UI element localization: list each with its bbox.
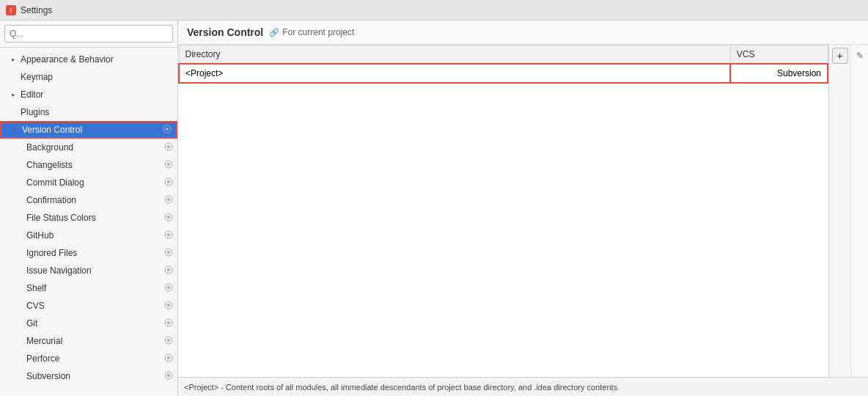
svg-point-27	[167, 356, 170, 359]
settings-icon-ignored-files	[164, 248, 173, 258]
settings-icon-subversion	[164, 371, 173, 381]
sidebar-item-keymap[interactable]: Keymap	[0, 68, 177, 86]
settings-icon-perforce	[164, 353, 173, 364]
sidebar-item-label-ignored-files: Ignored Files	[26, 248, 164, 258]
sidebar-item-github[interactable]: GitHub	[0, 227, 177, 244]
sidebar-item-commit-dialog[interactable]: Commit Dialog	[0, 174, 177, 191]
sidebar-item-issue-navigation[interactable]: Issue Navigation	[0, 262, 177, 279]
settings-icon-cvs	[164, 301, 173, 311]
sidebar-item-version-control[interactable]: ▾Version Control	[0, 121, 177, 139]
settings-icon-issue-navigation	[164, 265, 173, 276]
expander-version-control: ▾	[10, 125, 19, 134]
settings-icon-background	[164, 142, 173, 153]
edit-panel: ✎	[850, 45, 868, 377]
table-controls-wrapper: DirectoryVCS <Project>Subversion + ✎	[178, 45, 868, 377]
cell-vcs-0: Subversion	[730, 64, 828, 83]
sidebar-item-cvs[interactable]: CVS	[0, 297, 177, 315]
table-controls: +	[828, 45, 850, 377]
status-bar: <Project> - Content roots of all modules…	[178, 377, 868, 396]
sidebar-item-plugins[interactable]: Plugins	[0, 103, 177, 121]
edit-icon-button[interactable]: ✎	[853, 49, 867, 62]
content-subtitle: 🔗 For current project	[269, 27, 354, 37]
sidebar-item-label-version-control: Version Control	[22, 125, 163, 135]
settings-icon-confirmation	[164, 195, 173, 205]
settings-icon-git	[164, 318, 173, 329]
svg-point-11	[167, 216, 170, 219]
main-layout: ▸Appearance & BehaviorKeymap▸EditorPlugi…	[0, 21, 868, 396]
app-icon: !	[6, 5, 16, 15]
status-text: <Project> - Content roots of all modules…	[184, 383, 617, 392]
cell-directory-0: <Project>	[179, 64, 730, 83]
sidebar-item-label-keymap: Keymap	[21, 72, 177, 82]
settings-icon-mercurial	[164, 336, 173, 346]
svg-point-15	[167, 251, 170, 254]
sidebar-item-shelf[interactable]: Shelf	[0, 279, 177, 297]
sidebar-item-label-mercurial: Mercurial	[26, 336, 164, 346]
content-area: Version Control 🔗 For current project Di…	[178, 21, 868, 396]
sidebar-item-ignored-files[interactable]: Ignored Files	[0, 244, 177, 262]
settings-icon-changelists	[164, 160, 173, 170]
sidebar-item-background[interactable]: Background	[0, 139, 177, 156]
sidebar-tree: ▸Appearance & BehaviorKeymap▸EditorPlugi…	[0, 48, 177, 396]
sidebar-item-label-perforce: Perforce	[26, 353, 164, 364]
sidebar-item-label-subversion: Subversion	[26, 371, 164, 381]
svg-point-9	[167, 198, 170, 201]
settings-icon-shelf	[164, 283, 173, 293]
sidebar-item-mercurial[interactable]: Mercurial	[0, 332, 177, 350]
sidebar-item-label-github: GitHub	[26, 230, 164, 241]
sidebar-item-label-appearance: Appearance & Behavior	[21, 54, 177, 65]
table-area: DirectoryVCS <Project>Subversion	[178, 45, 828, 377]
content-body: DirectoryVCS <Project>Subversion + ✎	[178, 45, 868, 396]
sidebar-item-label-git: Git	[26, 318, 164, 329]
sidebar-item-confirmation[interactable]: Confirmation	[0, 191, 177, 209]
svg-point-3	[167, 145, 170, 148]
add-row-button[interactable]: +	[832, 48, 848, 64]
content-header: Version Control 🔗 For current project	[178, 21, 868, 45]
svg-point-17	[167, 268, 170, 271]
expander-plugins	[9, 108, 18, 117]
sidebar-item-git[interactable]: Git	[0, 315, 177, 332]
svg-point-23	[167, 321, 170, 324]
settings-icon-version-control	[163, 125, 172, 135]
sidebar-item-label-shelf: Shelf	[26, 283, 164, 293]
settings-icon-commit-dialog	[164, 177, 173, 188]
table-row-0[interactable]: <Project>Subversion	[179, 64, 828, 83]
sidebar-item-label-editor: Editor	[21, 89, 177, 100]
title-bar: ! Settings	[0, 0, 868, 21]
content-subtitle-text: For current project	[282, 27, 354, 37]
expander-editor: ▸	[9, 90, 18, 99]
sidebar-item-label-cvs: CVS	[26, 301, 164, 311]
svg-point-7	[167, 180, 170, 183]
svg-point-21	[167, 304, 170, 307]
svg-point-29	[167, 374, 170, 377]
col-header-directory: Directory	[179, 45, 730, 65]
svg-point-19	[167, 286, 170, 289]
svg-point-1	[166, 128, 169, 131]
svg-point-5	[167, 163, 170, 166]
title-bar-text: Settings	[21, 5, 52, 15]
sidebar-item-label-background: Background	[26, 142, 164, 153]
sidebar-item-perforce[interactable]: Perforce	[0, 350, 177, 367]
sidebar: ▸Appearance & BehaviorKeymap▸EditorPlugi…	[0, 21, 178, 396]
vcs-table: DirectoryVCS <Project>Subversion	[178, 45, 828, 84]
sidebar-item-appearance[interactable]: ▸Appearance & Behavior	[0, 51, 177, 68]
sidebar-item-label-changelists: Changelists	[26, 160, 164, 170]
svg-point-13	[167, 233, 170, 236]
sidebar-item-label-plugins: Plugins	[21, 107, 177, 117]
col-header-vcs: VCS	[730, 45, 828, 65]
expander-keymap	[9, 73, 18, 81]
settings-icon-github	[164, 230, 173, 241]
svg-point-25	[167, 339, 170, 342]
sidebar-item-editor[interactable]: ▸Editor	[0, 86, 177, 103]
sidebar-item-changelists[interactable]: Changelists	[0, 156, 177, 174]
content-title: Version Control	[187, 26, 263, 38]
sidebar-item-label-file-status-colors: File Status Colors	[26, 213, 164, 223]
sidebar-item-subversion[interactable]: Subversion	[0, 367, 177, 385]
sidebar-item-label-commit-dialog: Commit Dialog	[26, 177, 164, 188]
settings-icon-file-status-colors	[164, 213, 173, 223]
search-input[interactable]	[4, 25, 173, 43]
subtitle-icon: 🔗	[269, 28, 279, 37]
sidebar-item-file-status-colors[interactable]: File Status Colors	[0, 209, 177, 227]
search-wrapper	[0, 21, 177, 48]
sidebar-item-label-confirmation: Confirmation	[26, 195, 164, 205]
